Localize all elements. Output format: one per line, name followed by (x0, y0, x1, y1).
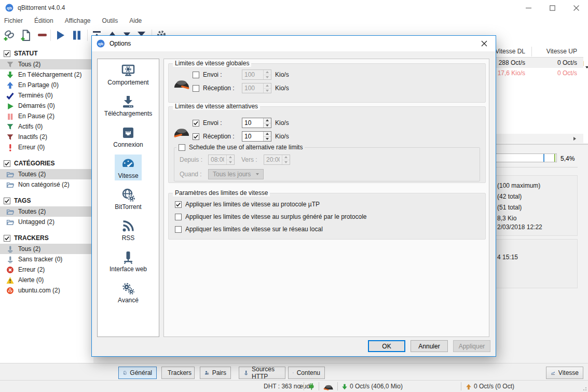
sidebar-item-actifs[interactable]: Actifs (0) (0, 121, 91, 132)
spinner-buttons[interactable] (263, 132, 271, 141)
sidebar-item-en-telechargement[interactable]: En Téléchargement (2) (0, 69, 91, 80)
local-network-limit-checkbox[interactable] (175, 226, 182, 233)
trackers-section: TRACKERS Tous (2) Sans tracker (0) Erreu… (0, 232, 91, 296)
spinner-buttons[interactable] (282, 155, 290, 164)
sidebar-section-header[interactable]: TAGS (0, 195, 91, 206)
tab-pairs[interactable]: Pairs (200, 367, 231, 379)
sidebar-section-header[interactable]: TRACKERS (0, 232, 91, 244)
cell-vitesse-up: 0 Oct/s (557, 59, 577, 66)
alt-upload-input[interactable] (242, 118, 263, 128)
utp-limit-checkbox[interactable] (175, 201, 182, 208)
options-nav-avance[interactable]: Avancé (115, 279, 142, 310)
spinner-buttons[interactable] (263, 70, 271, 79)
options-nav-bittorrent[interactable]: BitTorrent (112, 186, 144, 217)
scroll-right-button[interactable] (570, 134, 579, 143)
alt-upload-checkbox[interactable] (193, 120, 199, 127)
download-label: Réception : (203, 133, 238, 140)
close-button[interactable] (564, 0, 588, 16)
maximize-button[interactable] (540, 0, 564, 16)
when-combobox[interactable]: Tous les jours (208, 169, 264, 179)
sidebar-item-en-partage[interactable]: En Partage (0) (0, 80, 91, 90)
tab-trackers[interactable]: Trackers (161, 367, 195, 379)
apply-button[interactable]: Appliquer (453, 340, 490, 352)
menu-outils[interactable]: Outils (102, 17, 118, 24)
utp-limit-option: Appliquer les limites de vitesse au prot… (175, 200, 320, 208)
connection-status-icon[interactable] (307, 383, 316, 390)
schedule-checkbox[interactable] (179, 144, 185, 151)
overhead-limit-checkbox[interactable] (175, 214, 182, 220)
global-download-checkbox[interactable] (193, 85, 199, 92)
options-nav-interface-web[interactable]: Interface web (106, 248, 150, 279)
sidebar-item-termines[interactable]: Terminés (0) (0, 90, 91, 101)
global-upload-checkbox[interactable] (193, 72, 199, 78)
menu-fichier[interactable]: Fichier (4, 17, 23, 24)
tab-general[interactable]: Général (118, 367, 157, 379)
sidebar-section-header[interactable]: STATUT (0, 48, 91, 59)
alt-download-input[interactable] (242, 132, 263, 141)
alt-download-checkbox[interactable] (193, 133, 199, 140)
funnel-icon (6, 123, 14, 131)
resize-grip[interactable] (581, 385, 586, 390)
remove-torrent-icon[interactable] (36, 29, 49, 41)
options-nav-telechargements[interactable]: Téléchargements (101, 92, 156, 123)
tab-contenu[interactable]: Contenu (288, 367, 325, 379)
menu-edition[interactable]: Édition (34, 17, 53, 24)
sidebar-item-inactifs[interactable]: Inactifs (2) (0, 132, 91, 142)
sidebar-item-ubuntu[interactable]: ubuntu.com (2) (0, 285, 91, 296)
alt-download-row: Réception : Kio/s (193, 131, 289, 142)
sidebar-item-demarres[interactable]: Démarrés (0) (0, 101, 91, 111)
error-circle-icon (6, 266, 14, 274)
options-nav-vitesse[interactable]: Vitesse (115, 155, 141, 186)
tab-label: Vitesse (558, 369, 579, 376)
section-checkbox[interactable] (4, 160, 10, 167)
sidebar-item-en-pause[interactable]: En Pause (2) (0, 111, 91, 121)
global-upload-input[interactable] (242, 70, 263, 79)
unit-label: Kio/s (275, 119, 289, 127)
column-vitesse-dl[interactable]: Vitesse DL (495, 48, 525, 55)
sidebar-item-tags-toutes[interactable]: Toutes (2) (0, 206, 91, 217)
sidebar-item-tous[interactable]: Tous (2) (0, 59, 91, 69)
column-vitesse-up[interactable]: Vitesse UP (546, 48, 577, 55)
ok-button[interactable]: OK (368, 340, 405, 352)
sidebar-item-erreur[interactable]: Erreur (0) (0, 142, 91, 152)
minimize-button[interactable] (516, 0, 540, 16)
dialog-close-button[interactable] (472, 36, 496, 51)
tab-sources-http[interactable]: Sources HTTP (239, 367, 285, 379)
sidebar-item-cat-toutes[interactable]: Toutes (2) (0, 169, 91, 179)
menu-affichage[interactable]: Affichage (65, 17, 91, 24)
section-checkbox[interactable] (4, 198, 10, 204)
spinner-buttons[interactable] (226, 155, 234, 164)
menu-aide[interactable]: Aide (129, 17, 142, 24)
add-torrent-file-icon[interactable] (20, 29, 32, 41)
sidebar-item-alerte[interactable]: Alerte (0) (0, 275, 91, 285)
sidebar-item-label: Tous (2) (18, 61, 40, 68)
spinner-buttons[interactable] (263, 83, 271, 93)
resume-icon[interactable] (54, 29, 66, 41)
gears-icon (120, 281, 136, 296)
to-time-input[interactable] (264, 155, 282, 164)
sidebar-item-non-categorise[interactable]: Non catégorisé (2) (0, 179, 91, 190)
options-nav-rss[interactable]: RSS (117, 217, 139, 248)
column-separator[interactable] (531, 47, 532, 57)
sidebar-item-sans-tracker[interactable]: Sans tracker (0) (0, 254, 91, 264)
folder-icon (293, 369, 294, 376)
add-torrent-link-icon[interactable] (3, 29, 16, 41)
section-checkbox[interactable] (4, 235, 10, 242)
sidebar-item-trackers-erreur[interactable]: Erreur (2) (0, 264, 91, 275)
tab-vitesse-graph[interactable]: Vitesse (546, 367, 583, 379)
from-time-input[interactable] (209, 155, 226, 164)
sidebar-item-untagged[interactable]: Untagged (2) (0, 217, 91, 227)
sidebar-item-label: Terminés (0) (18, 92, 53, 99)
global-download-input[interactable] (242, 83, 263, 93)
sidebar-item-trackers-tous[interactable]: Tous (2) (0, 244, 91, 254)
pause-icon[interactable] (71, 29, 83, 41)
sidebar-section-header[interactable]: CATÉGORIES (0, 158, 91, 169)
section-checkbox[interactable] (4, 50, 10, 57)
options-nav-comportement[interactable]: Comportement (104, 61, 152, 92)
dialog-title: Options (110, 40, 131, 47)
cancel-button[interactable]: Annuler (411, 340, 448, 352)
alt-speed-toggle-icon[interactable] (323, 383, 334, 392)
download-label: Réception : (203, 85, 238, 92)
options-nav-connexion[interactable]: Connexion (110, 123, 146, 155)
spinner-buttons[interactable] (263, 118, 271, 128)
